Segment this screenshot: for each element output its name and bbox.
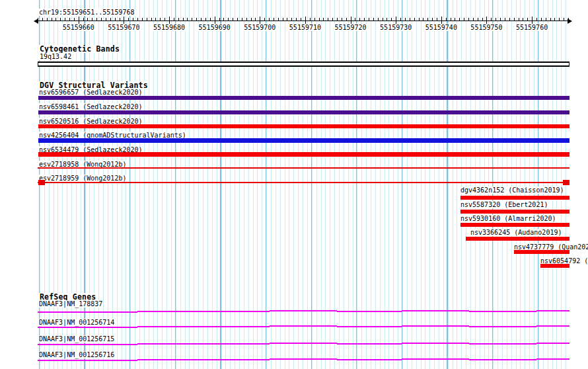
gene-line-segment[interactable]: [469, 326, 536, 327]
variant-bar[interactable]: [38, 110, 570, 114]
ruler-tick-label: 55159660: [62, 24, 95, 31]
ruler-minor-tick: [205, 18, 206, 20]
ruler-tick-label: 55159760: [515, 24, 548, 31]
gene-line-segment[interactable]: [337, 311, 402, 312]
gene-line-segment[interactable]: [469, 311, 536, 312]
gene-line-segment[interactable]: [270, 310, 337, 311]
gene-line-segment[interactable]: [38, 344, 137, 345]
gene-line-segment[interactable]: [270, 325, 337, 327]
gene-line-segment[interactable]: [469, 359, 536, 360]
gene-line-segment[interactable]: [38, 327, 137, 328]
variant-endbox[interactable]: [563, 180, 570, 185]
gene-label[interactable]: DNAAF3|NM_001256715: [38, 335, 115, 343]
ruler-tick-label: 55159740: [425, 24, 458, 31]
ruler-minor-tick: [151, 18, 152, 20]
gene-line-segment[interactable]: [337, 343, 402, 345]
ruler-minor-tick: [554, 18, 555, 20]
variant-label[interactable]: nsv5587320 (Ebert2021): [460, 201, 548, 208]
variant-label[interactable]: nsv6596657 (Sedlazeck2020): [38, 89, 143, 96]
ruler-tick-label: 55159690: [198, 24, 231, 31]
ruler-minor-tick: [482, 18, 483, 20]
ruler-minor-tick: [187, 18, 188, 20]
ruler-minor-tick: [69, 18, 70, 20]
variant-bar[interactable]: [38, 138, 570, 143]
ruler-minor-tick: [96, 18, 97, 20]
gene-label[interactable]: DNAAF3|NM_001256714: [38, 319, 115, 326]
gene-line-segment[interactable]: [205, 359, 270, 360]
ruler-minor-tick: [546, 18, 546, 20]
gene-line-segment[interactable]: [337, 326, 402, 327]
ruler-minor-tick: [165, 18, 165, 20]
variant-bar[interactable]: [460, 196, 570, 200]
variant-endbox[interactable]: [38, 180, 45, 185]
variant-bar[interactable]: [38, 124, 570, 128]
ruler-minor-tick: [174, 18, 174, 20]
ruler-minor-tick: [451, 18, 451, 20]
gene-line-segment[interactable]: [270, 358, 337, 360]
variant-line[interactable]: [38, 167, 570, 169]
variant-bar[interactable]: [460, 210, 570, 214]
gene-line-segment[interactable]: [402, 358, 469, 360]
ruler-minor-tick: [464, 18, 464, 20]
cytoband-box[interactable]: [38, 62, 570, 67]
variant-label[interactable]: nsv3366245 (Audano2019): [470, 229, 562, 236]
ruler-minor-tick: [128, 18, 129, 20]
variant-bar[interactable]: [466, 237, 570, 241]
ruler-minor-tick: [255, 18, 256, 20]
variant-label[interactable]: nsv5930160 (Almarri2020): [460, 215, 557, 222]
gene-line-segment[interactable]: [536, 358, 570, 360]
variant-label[interactable]: dgv4362n152 (Chaisson2019): [460, 186, 565, 194]
gene-label[interactable]: DNAAF3|NM_178837: [38, 300, 103, 308]
ruler-minor-tick: [478, 18, 478, 20]
ruler-minor-tick: [291, 18, 292, 20]
gene-line-segment[interactable]: [137, 326, 205, 327]
ruler-minor-tick: [283, 18, 283, 20]
ruler-major-tick: [351, 17, 351, 24]
variant-bar[interactable]: [540, 264, 570, 268]
ruler-major-tick: [169, 17, 170, 24]
ruler-minor-tick: [355, 18, 355, 20]
gene-line-segment[interactable]: [38, 360, 137, 361]
ruler-minor-tick: [301, 18, 301, 20]
gene-line-segment[interactable]: [402, 310, 469, 311]
ruler-minor-tick: [147, 18, 147, 20]
ruler-minor-tick: [228, 18, 229, 20]
variant-label[interactable]: nsv6598461 (Sedlazeck2020): [38, 103, 143, 110]
gene-line-segment[interactable]: [205, 311, 270, 312]
ruler-minor-tick: [468, 18, 469, 20]
ruler-minor-tick: [432, 18, 433, 20]
variant-bar[interactable]: [38, 152, 570, 157]
ruler-minor-tick: [473, 18, 474, 20]
section-title-cytobands: Cytogenetic Bands: [39, 45, 120, 53]
ruler-tick-label: 55159750: [470, 24, 503, 31]
ruler-minor-tick: [405, 18, 406, 20]
gene-line-segment[interactable]: [402, 325, 469, 327]
variant-bar[interactable]: [514, 250, 570, 254]
gene-line-segment[interactable]: [205, 326, 270, 327]
gene-line-segment[interactable]: [137, 359, 205, 360]
ruler-minor-tick: [155, 18, 156, 20]
gene-line-segment[interactable]: [270, 343, 337, 344]
gene-line-segment[interactable]: [536, 343, 570, 344]
gene-line-segment[interactable]: [536, 325, 570, 327]
ruler-minor-tick: [559, 18, 560, 20]
variant-bar[interactable]: [460, 223, 570, 227]
variant-bar[interactable]: [38, 96, 570, 100]
gene-line-segment[interactable]: [137, 343, 205, 345]
variant-label[interactable]: esv2718959 (Wong2012b): [38, 175, 127, 182]
ruler-minor-tick: [310, 18, 311, 20]
gene-line-segment[interactable]: [137, 311, 205, 312]
gene-line-segment[interactable]: [337, 359, 402, 360]
gene-line-segment[interactable]: [402, 343, 469, 344]
gene-line-segment[interactable]: [205, 343, 270, 345]
gene-line-segment[interactable]: [38, 311, 137, 313]
gene-line-segment[interactable]: [469, 343, 536, 345]
ruler-minor-tick: [391, 18, 392, 20]
ruler-minor-tick: [346, 18, 347, 20]
ruler-major-tick: [124, 17, 124, 24]
ruler-minor-tick: [455, 18, 455, 20]
ruler-minor-tick: [364, 18, 365, 20]
gene-line-segment[interactable]: [536, 310, 570, 311]
variant-line[interactable]: [38, 182, 570, 183]
gene-label[interactable]: DNAAF3|NM_001256716: [38, 351, 115, 358]
